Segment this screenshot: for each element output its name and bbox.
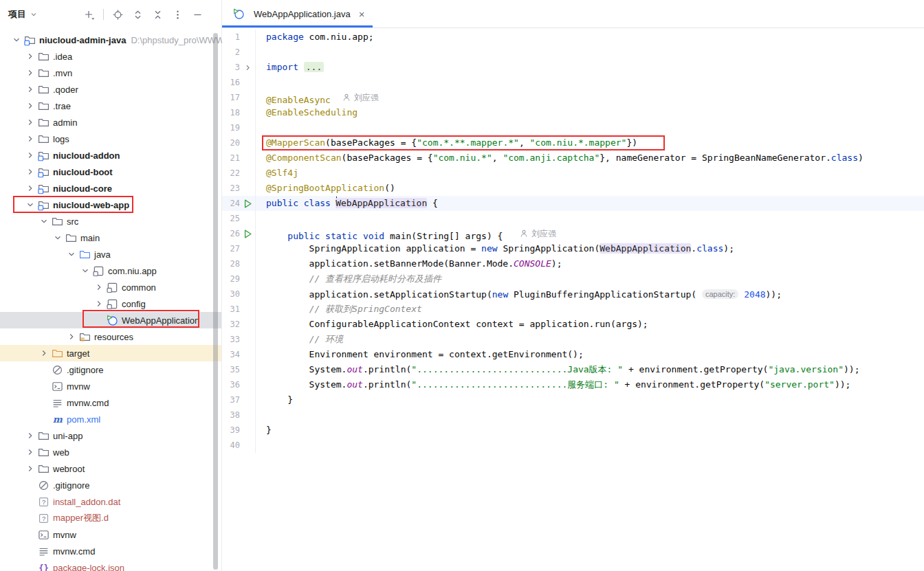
chevron-right-icon[interactable] — [37, 348, 51, 358]
tree-item-mvnw[interactable]: mvnw — [0, 526, 221, 543]
tree-item-mvnw.cmd[interactable]: mvnw.cmd — [0, 394, 221, 411]
locate-icon[interactable] — [112, 9, 124, 21]
tree-item-install_addon.dat[interactable]: ?install_addon.dat — [0, 493, 221, 510]
tree-item-package-lock.json[interactable]: {}package-lock.json — [0, 559, 221, 571]
code-line-40[interactable]: 40 — [222, 438, 924, 453]
chevron-right-icon[interactable] — [65, 332, 78, 342]
code-line-23[interactable]: 23@SpringBootApplication() — [222, 181, 924, 196]
chevron-down-icon[interactable] — [78, 266, 92, 276]
tree-item-com.niu.app[interactable]: com.niu.app — [0, 262, 221, 279]
folded-imports[interactable]: ... — [304, 62, 324, 72]
tree-item-webroot[interactable]: webroot — [0, 460, 221, 477]
chevron-down-icon[interactable] — [37, 216, 51, 226]
code-line-1[interactable]: 1package com.niu.app; — [222, 30, 924, 45]
tree-item-mapper视图.d[interactable]: ?mapper视图.d — [0, 510, 221, 526]
tree-item-.mvn[interactable]: .mvn — [0, 65, 221, 81]
code-line-37[interactable]: 37 } — [222, 392, 924, 407]
tree-item-.gitignore[interactable]: .gitignore — [0, 477, 221, 493]
tree-item-niucloud-web-app[interactable]: niucloud-web-app — [0, 197, 221, 213]
code-line-28[interactable]: 28 application.setBannerMode(Banner.Mode… — [222, 256, 924, 271]
chevron-right-icon[interactable] — [23, 101, 37, 111]
tree-item-resources[interactable]: resources — [0, 328, 221, 345]
code-line-22[interactable]: 22@Slf4j — [222, 166, 924, 181]
hide-icon[interactable] — [192, 9, 204, 21]
code-line-19[interactable]: 19 — [222, 120, 924, 135]
code-line-20[interactable]: 20@MapperScan(basePackages = {"com.*.**.… — [222, 135, 924, 150]
code-line-36[interactable]: 36 System.out.println(".................… — [222, 377, 924, 392]
fold-arrow-icon[interactable] — [240, 60, 255, 75]
chevron-right-icon[interactable] — [92, 299, 106, 309]
run-icon[interactable] — [240, 196, 255, 211]
tab-webappapplication-java[interactable]: WebAppApplication.java × — [222, 0, 373, 27]
tree-item-admin[interactable]: admin — [0, 114, 221, 131]
code-line-3[interactable]: 3import ... — [222, 60, 924, 75]
tree-item-src[interactable]: src — [0, 213, 221, 229]
chevron-right-icon[interactable] — [23, 52, 37, 61]
code-line-24[interactable]: 24public class WebAppApplication { — [222, 196, 924, 211]
project-view-selector[interactable]: 项目 — [8, 8, 38, 21]
code-line-31[interactable]: 31 // 获取到SpringContext — [222, 302, 924, 317]
chevron-right-icon[interactable] — [92, 282, 106, 292]
collapse-all-icon[interactable] — [152, 9, 164, 21]
add-icon[interactable] — [83, 9, 95, 21]
tree-item-.gitignore[interactable]: .gitignore — [0, 361, 221, 378]
tree-item-target[interactable]: target — [0, 345, 221, 361]
expand-all-icon[interactable] — [132, 9, 144, 21]
close-icon[interactable]: × — [358, 8, 366, 21]
tree-item-niucloud-boot[interactable]: niucloud-boot — [0, 164, 221, 180]
tree-item-config[interactable]: config — [0, 295, 221, 312]
chevron-right-icon[interactable] — [23, 134, 37, 144]
tree-item-WebAppApplication[interactable]: WebAppApplication — [0, 312, 221, 328]
author-inlay[interactable]: 刘应强 — [342, 90, 379, 105]
chevron-right-icon[interactable] — [23, 150, 37, 160]
chevron-right-icon[interactable] — [23, 85, 37, 94]
code-line-30[interactable]: 30 application.setApplicationStartup(new… — [222, 287, 924, 302]
tree-item-niucloud-core[interactable]: niucloud-core — [0, 180, 221, 197]
code-line-25[interactable]: 25 — [222, 211, 924, 226]
chevron-down-icon[interactable] — [65, 249, 78, 259]
chevron-down-icon[interactable] — [10, 35, 23, 45]
code-line-32[interactable]: 32 ConfigurableApplicationContext contex… — [222, 317, 924, 332]
chevron-right-icon[interactable] — [23, 167, 37, 177]
chevron-right-icon[interactable] — [23, 431, 37, 440]
tree-item-mvnw.cmd[interactable]: mvnw.cmd — [0, 543, 221, 559]
code-line-21[interactable]: 21@ComponentScan(basePackages = {"com.ni… — [222, 150, 924, 166]
tree-item-.qoder[interactable]: .qoder — [0, 81, 221, 98]
code-line-27[interactable]: 27 SpringApplication application = new S… — [222, 241, 924, 256]
code-line-17[interactable]: 17@EnableAsync刘应强 — [222, 90, 924, 105]
chevron-right-icon[interactable] — [23, 68, 37, 78]
chevron-right-icon[interactable] — [23, 183, 37, 193]
chevron-right-icon[interactable] — [23, 447, 37, 457]
code-line-33[interactable]: 33 // 环境 — [222, 332, 924, 347]
tree-item-niucloud-addon[interactable]: niucloud-addon — [0, 147, 221, 164]
run-icon[interactable] — [240, 226, 255, 241]
chevron-down-icon[interactable] — [51, 233, 65, 243]
author-inlay[interactable]: 刘应强 — [519, 226, 556, 241]
tree-item-java[interactable]: java — [0, 246, 221, 262]
code-line-18[interactable]: 18@EnableScheduling — [222, 105, 924, 120]
code-line-29[interactable]: 29 // 查看程序启动耗时分布及插件 — [222, 271, 924, 287]
code-line-35[interactable]: 35 System.out.println(".................… — [222, 362, 924, 377]
code-line-38[interactable]: 38 — [222, 407, 924, 423]
code-line-34[interactable]: 34 Environment environment = context.get… — [222, 347, 924, 362]
tree-item-main[interactable]: main — [0, 229, 221, 246]
code-line-39[interactable]: 39} — [222, 423, 924, 438]
tree-item-uni-app[interactable]: uni-app — [0, 427, 221, 444]
code-line-26[interactable]: 26 public static void main(String[] args… — [222, 226, 924, 241]
tree-item-web[interactable]: web — [0, 444, 221, 460]
tree-item-common[interactable]: common — [0, 279, 221, 295]
tree-item-logs[interactable]: logs — [0, 131, 221, 147]
tree-item-.trae[interactable]: .trae — [0, 98, 221, 114]
chevron-right-icon[interactable] — [23, 117, 37, 127]
tree-item-mvnw[interactable]: mvnw — [0, 378, 221, 394]
code-line-16[interactable]: 16 — [222, 75, 924, 90]
tree-item-pom.xml[interactable]: mpom.xml — [0, 411, 221, 427]
tree-item-niucloud-admin-java[interactable]: niucloud-admin-javaD:\phpstudy_pro\WWW — [0, 32, 221, 48]
chevron-right-icon[interactable] — [23, 464, 37, 473]
chevron-down-icon[interactable] — [23, 200, 37, 210]
tree-item-.idea[interactable]: .idea — [0, 48, 221, 65]
project-tree-scrollbar[interactable] — [213, 33, 218, 570]
code-line-2[interactable]: 2 — [222, 45, 924, 60]
more-icon[interactable] — [172, 9, 184, 21]
code-area[interactable]: 1package com.niu.app;23import ...1617@En… — [222, 28, 924, 571]
